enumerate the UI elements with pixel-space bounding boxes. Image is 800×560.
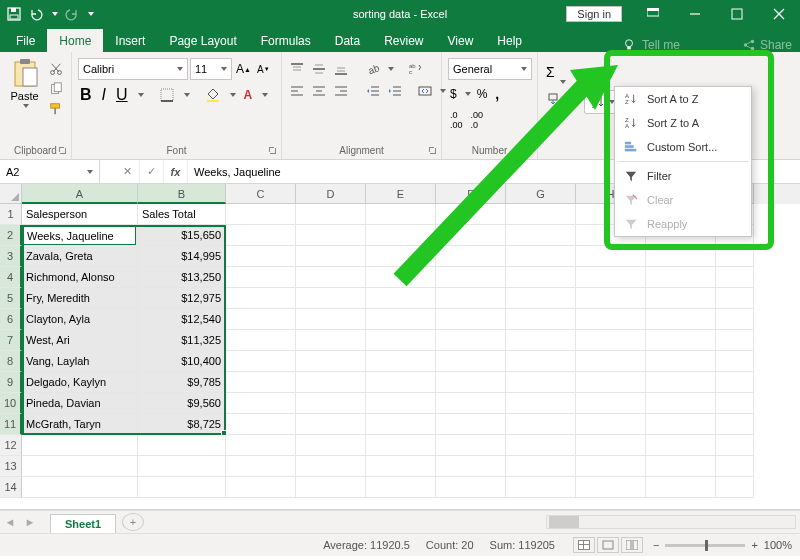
underline-icon[interactable]: U (114, 84, 130, 106)
align-top-icon[interactable] (288, 60, 306, 78)
cell[interactable] (506, 414, 576, 435)
cell[interactable] (366, 225, 436, 246)
zoom-slider[interactable] (665, 544, 745, 547)
cell[interactable] (436, 246, 506, 267)
cell[interactable] (436, 204, 506, 225)
ribbon-options-icon[interactable] (632, 0, 674, 28)
cell[interactable] (576, 309, 646, 330)
cell[interactable] (646, 288, 716, 309)
decrease-decimal-icon[interactable]: .00.0 (469, 108, 486, 132)
cell[interactable] (716, 414, 754, 435)
sheet-nav-prev-icon[interactable]: ◄ (0, 516, 20, 528)
cell[interactable] (226, 330, 296, 351)
cell[interactable] (576, 288, 646, 309)
table-row[interactable]: 14 (0, 477, 800, 498)
cell[interactable] (366, 267, 436, 288)
number-format-combo[interactable]: General (448, 58, 532, 80)
zoom-level[interactable]: 100% (764, 539, 792, 551)
merge-center-icon[interactable] (416, 82, 434, 100)
bold-icon[interactable]: B (78, 84, 94, 106)
font-size-combo[interactable]: 11 (190, 58, 232, 80)
align-left-icon[interactable] (288, 82, 306, 100)
cell[interactable]: Pineda, Davian (22, 393, 138, 414)
zoom-in-icon[interactable]: + (751, 539, 757, 551)
close-icon[interactable] (758, 0, 800, 28)
cell[interactable] (226, 351, 296, 372)
alignment-launcher-icon[interactable] (428, 146, 438, 156)
menu-custom-sort[interactable]: Custom Sort... (615, 135, 751, 159)
cell[interactable] (436, 267, 506, 288)
cell[interactable] (506, 267, 576, 288)
tab-insert[interactable]: Insert (103, 29, 157, 52)
zoom-out-icon[interactable]: − (653, 539, 659, 551)
row-header[interactable]: 5 (0, 288, 22, 309)
increase-indent-icon[interactable] (386, 82, 404, 100)
row-header[interactable]: 13 (0, 456, 22, 477)
cell[interactable] (226, 372, 296, 393)
cell[interactable]: Richmond, Alonso (22, 267, 138, 288)
row-header[interactable]: 14 (0, 477, 22, 498)
cell[interactable] (646, 372, 716, 393)
cell[interactable]: West, Ari (22, 330, 138, 351)
font-color-icon[interactable]: A (242, 86, 255, 104)
cell[interactable] (716, 267, 754, 288)
save-icon[interactable] (6, 6, 22, 22)
cell[interactable]: Delgado, Kaylyn (22, 372, 138, 393)
tellme-label[interactable]: Tell me (642, 38, 680, 52)
grow-font-icon[interactable]: A▲ (234, 60, 253, 78)
cell[interactable] (296, 309, 366, 330)
cell[interactable] (716, 309, 754, 330)
cell[interactable]: $13,250 (138, 267, 226, 288)
cell[interactable]: $9,560 (138, 393, 226, 414)
cell[interactable] (366, 414, 436, 435)
cell[interactable] (366, 393, 436, 414)
cell[interactable] (716, 246, 754, 267)
cell[interactable] (22, 456, 138, 477)
fill-color-icon[interactable] (204, 86, 222, 104)
cell[interactable] (366, 435, 436, 456)
cell[interactable]: McGrath, Taryn (22, 414, 138, 435)
cell[interactable] (716, 288, 754, 309)
col-header-d[interactable]: D (296, 184, 366, 204)
cell[interactable] (646, 456, 716, 477)
increase-decimal-icon[interactable]: .0.00 (448, 108, 465, 132)
cell[interactable]: Salesperson (22, 204, 138, 225)
cell[interactable] (716, 351, 754, 372)
cell[interactable] (366, 477, 436, 498)
cell[interactable] (506, 477, 576, 498)
cell[interactable] (506, 456, 576, 477)
row-header[interactable]: 4 (0, 267, 22, 288)
cell[interactable] (576, 393, 646, 414)
cell[interactable] (296, 246, 366, 267)
cell[interactable] (506, 246, 576, 267)
row-header[interactable]: 1 (0, 204, 22, 225)
cancel-formula-icon[interactable]: ✕ (116, 160, 140, 183)
tab-view[interactable]: View (436, 29, 486, 52)
row-header[interactable]: 3 (0, 246, 22, 267)
cell[interactable] (366, 288, 436, 309)
table-row[interactable]: 3Zavala, Greta$14,995 (0, 246, 800, 267)
sheet-tab[interactable]: Sheet1 (50, 514, 116, 533)
cell[interactable] (226, 246, 296, 267)
cell[interactable]: Fry, Meredith (22, 288, 138, 309)
number-launcher-icon[interactable] (524, 146, 534, 156)
col-header-g[interactable]: G (506, 184, 576, 204)
cell[interactable] (226, 309, 296, 330)
cell[interactable]: Vang, Laylah (22, 351, 138, 372)
cell[interactable] (436, 351, 506, 372)
cell[interactable] (366, 456, 436, 477)
cell[interactable] (296, 414, 366, 435)
cut-icon[interactable] (47, 60, 65, 78)
cell[interactable] (226, 393, 296, 414)
cell[interactable] (576, 435, 646, 456)
cell[interactable] (436, 288, 506, 309)
cell[interactable] (366, 372, 436, 393)
cell[interactable] (226, 267, 296, 288)
cell[interactable] (226, 288, 296, 309)
cell[interactable] (646, 351, 716, 372)
font-name-combo[interactable]: Calibri (78, 58, 188, 80)
cell[interactable] (366, 309, 436, 330)
cell[interactable] (646, 435, 716, 456)
cell[interactable] (436, 435, 506, 456)
accounting-format-icon[interactable]: $ (448, 85, 459, 103)
